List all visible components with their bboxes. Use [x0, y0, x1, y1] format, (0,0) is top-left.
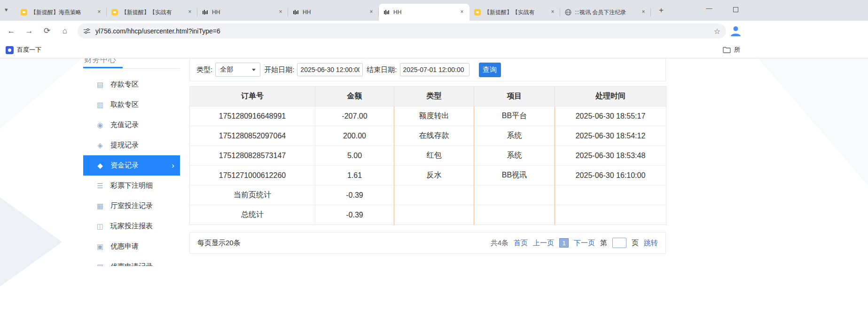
withdraw-cash-icon: ▥: [96, 101, 104, 109]
tab-label: HH: [393, 9, 455, 16]
sidebar-item-promo-apply[interactable]: ▣ 优惠申请: [83, 236, 180, 257]
active-tab-underline: [83, 67, 123, 68]
bookmarks-folder-label: 所: [734, 46, 740, 54]
forward-icon[interactable]: →: [23, 25, 35, 37]
end-date-label: 结束日期:: [367, 65, 397, 74]
bookmarks-bar: 百度一下 所: [0, 41, 868, 58]
sidebar-item-promo-apply-records[interactable]: ▤ 优惠申请记录: [83, 257, 180, 266]
browser-tab-7[interactable]: :::视讯 会员下注纪录 ×: [560, 4, 651, 21]
tab-search-chevron-icon[interactable]: ▾: [5, 6, 8, 13]
table-cell: 2025-06-30 18:54:12: [555, 126, 666, 146]
header-order-no: 订单号: [190, 87, 315, 106]
window-maximize-button[interactable]: [733, 7, 738, 12]
window-minimize-button[interactable]: —: [702, 5, 716, 12]
table-cell: [555, 205, 666, 225]
sidebar-item-withdraw-zone[interactable]: ▥ 取款专区: [83, 95, 180, 115]
table-cell: 1751280828573147: [190, 146, 315, 166]
next-page-link[interactable]: 下一页: [574, 239, 595, 248]
header-amount: 金额: [315, 87, 394, 106]
table-cell: 当前页统计: [190, 185, 315, 205]
bookmark-star-icon[interactable]: ☆: [714, 27, 720, 36]
tabs-row: 【新提醒】海燕策略 × 【新提醒】【实战有 × HH × HH × HH: [16, 4, 651, 21]
sidebar-item-hall-bet-records[interactable]: ▦ 厅室投注记录: [83, 196, 180, 216]
browser-tab-5-active[interactable]: HH ×: [379, 4, 469, 21]
profile-avatar-icon[interactable]: [729, 24, 742, 37]
sidebar-item-withdrawal-records[interactable]: ◈ 提现记录: [83, 135, 180, 155]
current-page-badge[interactable]: 1: [559, 238, 569, 248]
funds-records-table: 订单号 金额 类型 项目 处理时间 1751280916648991 -207.…: [189, 86, 666, 225]
close-tab-icon[interactable]: ×: [549, 8, 556, 16]
back-icon[interactable]: ←: [6, 25, 17, 37]
browser-tab-3[interactable]: HH ×: [197, 4, 288, 21]
table-cell: 在线存款: [394, 126, 474, 146]
table-cell: 1751271000612260: [190, 166, 315, 185]
browser-tab-4[interactable]: HH ×: [288, 4, 379, 21]
table-header-row: 订单号 金额 类型 项目 处理时间: [190, 87, 666, 106]
site-info-tune-icon[interactable]: [83, 27, 91, 35]
sidebar-item-funds-records[interactable]: ◆ 资金记录 ›: [83, 155, 180, 176]
first-page-link[interactable]: 首页: [514, 239, 528, 248]
reload-icon[interactable]: ⟳: [41, 25, 53, 37]
table-cell: 1.61: [315, 166, 394, 185]
query-button[interactable]: 查询: [479, 63, 501, 77]
table-cell: 系统: [474, 146, 555, 166]
table-row: 1751280916648991 -207.00 额度转出 BB平台 2025-…: [190, 106, 666, 126]
table-cell: 1751280916648991: [190, 106, 315, 126]
sidebar-item-deposit-zone[interactable]: ▤ 存款专区: [83, 74, 180, 95]
end-date-input[interactable]: [400, 63, 469, 76]
prev-page-link[interactable]: 上一页: [533, 239, 554, 248]
address-bar[interactable]: yl756.com/hhcp/usercenter.html?iniType=6…: [78, 24, 726, 39]
start-date-input[interactable]: [297, 63, 363, 76]
table-cell: [394, 205, 474, 225]
table-cell: 额度转出: [394, 106, 474, 126]
background-decoration: [0, 197, 62, 287]
close-tab-icon[interactable]: ×: [277, 8, 284, 16]
sidebar-header: 财务中心: [83, 58, 180, 69]
table-row: 1751271000612260 1.61 反水 BB视讯 2025-06-30…: [190, 166, 666, 185]
page-content: 财务中心 ▤ 存款专区 ▥ 取款专区 ◉ 充值记录 ◈ 提现: [0, 58, 868, 313]
close-tab-icon[interactable]: ×: [458, 8, 466, 16]
close-tab-icon[interactable]: ×: [640, 8, 647, 16]
chevron-down-icon: [252, 69, 256, 71]
background-decoration: [0, 58, 82, 129]
sidebar-item-recharge-records[interactable]: ◉ 充值记录: [83, 115, 180, 135]
sidebar-item-label: 玩家投注报表: [110, 222, 153, 231]
home-icon[interactable]: ⌂: [59, 25, 70, 37]
close-tab-icon[interactable]: ×: [186, 8, 194, 16]
table-cell: 1751280852097064: [190, 126, 315, 146]
chevron-right-icon: ›: [172, 161, 174, 170]
type-select-value: 全部: [220, 65, 233, 74]
bookmark-baidu[interactable]: 百度一下: [3, 44, 44, 56]
browser-tab-2[interactable]: 【新提醒】【实战有 ×: [107, 4, 197, 21]
tab-label: 【新提醒】【实战有: [484, 8, 546, 16]
jump-link[interactable]: 跳转: [644, 239, 658, 248]
browser-tab-6[interactable]: 【新提醒】【实战有 ×: [469, 4, 560, 21]
table-cell: 红包: [394, 146, 474, 166]
table-cell: -207.00: [315, 106, 394, 126]
deposit-card-icon: ▤: [96, 80, 104, 89]
lottery-list-icon: ☰: [96, 182, 104, 190]
sidebar-item-lottery-bet-details[interactable]: ☰ 彩票下注明细: [83, 176, 180, 196]
table-row: 1751280852097064 200.00 在线存款 系统 2025-06-…: [190, 126, 666, 146]
chat-favicon-icon: [474, 9, 481, 16]
globe-favicon-icon: [565, 9, 571, 16]
new-tab-button[interactable]: +: [656, 5, 667, 16]
close-tab-icon[interactable]: ×: [368, 8, 375, 16]
per-page-label: 每页显示20条: [197, 239, 241, 248]
sidebar-item-label: 优惠申请: [110, 242, 139, 251]
header-process-time: 处理时间: [555, 87, 666, 106]
table-cell: 系统: [474, 126, 555, 146]
bookmarks-folder[interactable]: 所: [720, 44, 743, 56]
close-tab-icon[interactable]: ×: [95, 8, 103, 16]
url-text: yl756.com/hhcp/usercenter.html?iniType=6: [95, 27, 709, 35]
background-decoration: [727, 58, 868, 185]
total-count-label: 共4条: [491, 239, 508, 248]
browser-tab-1[interactable]: 【新提醒】海燕策略 ×: [16, 4, 107, 21]
sidebar-item-player-bet-report[interactable]: ◫ 玩家投注报表: [83, 216, 180, 236]
filter-bar: 类型: 全部 开始日期: 结束日期: 查询: [189, 58, 666, 81]
page-jump-input[interactable]: [612, 238, 626, 248]
bookmark-label: 百度一下: [17, 46, 41, 54]
tab-strip: ▾ 【新提醒】海燕策略 × 【新提醒】【实战有 × HH × HH ×: [0, 0, 868, 21]
page-suffix-label: 页: [632, 239, 639, 248]
type-select[interactable]: 全部: [215, 63, 260, 77]
